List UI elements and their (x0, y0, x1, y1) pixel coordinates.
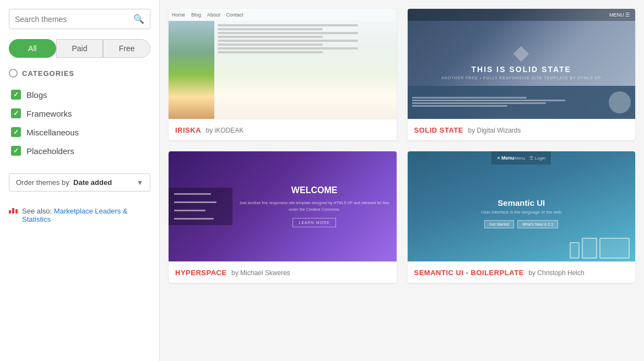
semantic-btn-new[interactable]: What's New in 2.1 (517, 220, 558, 228)
semantic-buttons: Get Started What's New in 2.1 (484, 220, 558, 228)
hyperspace-learn-btn[interactable]: LEARN MORE (293, 218, 335, 227)
semantic-main-title: Semantic UI (497, 198, 545, 207)
category-frameworks-label: Frameworks (26, 109, 72, 118)
semantic-logo: ≡ Menu (497, 155, 514, 161)
theme-card-semantic-ui[interactable]: ≡ Menu Menu ☰ Login Semantic UI User Int… (408, 151, 636, 283)
search-box[interactable]: 🔍 (9, 9, 150, 29)
solid-title: THIS IS SOLID STATE (472, 65, 571, 74)
tablet-device-icon (582, 238, 597, 259)
main-content: Home Blog About Contact (160, 0, 644, 361)
radio-icon (9, 69, 18, 78)
laptop-device-icon (599, 238, 630, 259)
search-icon: 🔍 (133, 14, 144, 24)
categories-header: CATEGORIES (9, 69, 150, 78)
category-placeholders-label: Placeholders (26, 146, 74, 156)
solid-menu-bar: MENU ☰ (408, 9, 636, 21)
theme-name-iriska: IRISKA (175, 126, 201, 134)
theme-author-solid: by Digital Wizards (468, 127, 521, 134)
semantic-btn-start[interactable]: Get Started (484, 220, 514, 228)
solid-subtitle: ANOTHER FREE • FULLY RESPONSIVE SITE TEM… (441, 76, 601, 80)
theme-info-iriska: IRISKA by iKODEAK (169, 119, 397, 140)
theme-card-iriska[interactable]: Home Blog About Contact (169, 9, 397, 140)
solid-text-block (412, 97, 604, 108)
hyperspace-left-nav (169, 188, 232, 225)
checkbox-frameworks[interactable] (11, 108, 21, 118)
theme-info-semantic: SEMANTIC UI - BOILERPLATE by Christoph H… (408, 261, 636, 283)
solid-image-circle (609, 91, 631, 113)
semantic-sub-title: User Interface is the language of the we… (481, 210, 561, 215)
tab-free[interactable]: Free (103, 39, 150, 58)
hyperspace-welcome: WELCOME (291, 185, 338, 195)
categories-label: CATEGORIES (22, 69, 74, 78)
theme-author-semantic: by Christoph Heich (528, 269, 584, 277)
order-text: Order themes by Date added (16, 178, 137, 187)
themes-grid: Home Blog About Contact (169, 9, 635, 283)
see-also-text: See also: Marketplace Leaders & Statisti… (22, 207, 150, 223)
category-blogs-label: Blogs (26, 90, 47, 100)
category-blogs[interactable]: Blogs (9, 85, 150, 104)
theme-name-semantic: SEMANTIC UI - BOILERPLATE (414, 269, 524, 277)
order-value: Date added (73, 178, 112, 187)
hyperspace-right-content: WELCOME Just another fine responsive sit… (232, 180, 397, 232)
semantic-devices (570, 238, 630, 259)
bar-chart-icon (9, 207, 18, 214)
tab-all[interactable]: All (9, 39, 56, 58)
order-prefix: Order themes by (16, 178, 69, 187)
checkbox-blogs[interactable] (11, 90, 21, 100)
solid-diamond-icon (513, 46, 529, 61)
theme-info-hyperspace: HYPERSPACE by Michael Skweres (169, 261, 397, 283)
theme-thumb-semantic-ui: ≡ Menu Menu ☰ Login Semantic UI User Int… (408, 151, 636, 261)
chevron-down-icon: ▼ (137, 179, 143, 187)
theme-name-solid: SOLID STATE (414, 126, 464, 134)
theme-author-hyperspace: by Michael Skweres (231, 269, 290, 277)
semantic-hero: Semantic UI User Interface is the langua… (481, 165, 561, 261)
checkbox-placeholders[interactable] (11, 146, 21, 156)
checkbox-miscellaneous[interactable] (11, 127, 21, 137)
category-frameworks[interactable]: Frameworks (9, 104, 150, 123)
phone-device-icon (570, 242, 580, 259)
theme-card-solid-state[interactable]: MENU ☰ THIS IS SOLID STATE ANOTHER FREE … (408, 9, 636, 140)
filter-tabs: All Paid Free (9, 39, 150, 58)
theme-thumb-iriska: Home Blog About Contact (169, 9, 397, 119)
solid-bottom (408, 86, 636, 119)
theme-thumb-solid-state: MENU ☰ THIS IS SOLID STATE ANOTHER FREE … (408, 9, 636, 119)
theme-author-iriska: by iKODEAK (206, 127, 244, 134)
search-input[interactable] (15, 15, 133, 24)
order-dropdown[interactable]: Order themes by Date added ▼ (9, 173, 150, 192)
see-also-prefix: See also: (22, 207, 52, 215)
theme-info-solid: SOLID STATE by Digital Wizards (408, 119, 636, 140)
theme-name-hyperspace: HYPERSPACE (175, 269, 227, 277)
category-miscellaneous-label: Miscellaneous (26, 128, 79, 137)
semantic-nav: Menu ☰ Login (514, 156, 545, 161)
sidebar: 🔍 All Paid Free CATEGORIES Blogs Framewo… (0, 0, 160, 361)
hyperspace-subtitle: Just another fine responsive site templa… (238, 200, 391, 212)
semantic-top-bar: ≡ Menu Menu ☰ Login (491, 151, 551, 165)
see-also: See also: Marketplace Leaders & Statisti… (9, 207, 150, 223)
category-miscellaneous[interactable]: Miscellaneous (9, 123, 150, 141)
theme-thumb-hyperspace: WELCOME Just another fine responsive sit… (169, 151, 397, 261)
tab-paid[interactable]: Paid (56, 39, 104, 58)
category-placeholders[interactable]: Placeholders (9, 141, 150, 160)
theme-card-hyperspace[interactable]: WELCOME Just another fine responsive sit… (169, 151, 397, 283)
